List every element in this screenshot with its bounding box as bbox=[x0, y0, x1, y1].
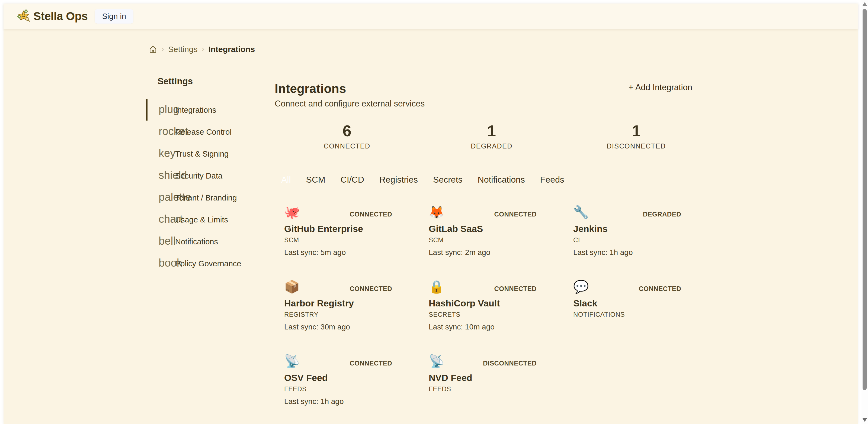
integration-card-hashicorp-vault[interactable]: 🔒 CONNECTED HashiCorp Vault SECRETS Last… bbox=[419, 279, 564, 354]
status-badge: CONNECTED bbox=[349, 360, 392, 367]
brand: Stella Ops bbox=[17, 9, 88, 23]
integration-card-github-enterprise[interactable]: 🐙 CONNECTED GitHub Enterprise SCM Last s… bbox=[275, 204, 419, 279]
last-sync-text: Last sync: 5m ago bbox=[284, 248, 419, 257]
integration-name: OSV Feed bbox=[284, 372, 419, 383]
sidebar-heading: Settings bbox=[158, 76, 193, 87]
sidebar-item-notifications[interactable]: bell Notifications bbox=[146, 231, 273, 253]
integration-card-gitlab-saas[interactable]: 🦊 CONNECTED GitLab SaaS SCM Last sync: 2… bbox=[419, 204, 564, 279]
last-sync-text: Last sync: 1h ago bbox=[573, 248, 708, 257]
integration-card-nvd-feed[interactable]: 📡 DISCONNECTED NVD Feed FEEDS bbox=[419, 354, 564, 424]
integration-name: GitLab SaaS bbox=[429, 224, 564, 234]
tab-registries[interactable]: Registries bbox=[379, 175, 418, 185]
integration-card-jenkins[interactable]: 🔧 DEGRADED Jenkins CI Last sync: 1h ago bbox=[564, 204, 708, 279]
stat-disconnected-label: DISCONNECTED bbox=[564, 142, 709, 150]
sidebar-item-release-control[interactable]: rocket Release Control bbox=[146, 121, 273, 143]
stat-connected-value: 6 bbox=[275, 122, 419, 139]
status-badge: CONNECTED bbox=[494, 285, 537, 293]
breadcrumb-separator: › bbox=[202, 45, 204, 54]
last-sync-text: Last sync: 30m ago bbox=[284, 323, 419, 331]
stat-degraded-label: DEGRADED bbox=[419, 142, 564, 150]
integration-cards-grid: 🐙 CONNECTED GitHub Enterprise SCM Last s… bbox=[275, 204, 709, 424]
integration-type: REGISTRY bbox=[284, 311, 419, 318]
sidebar-item-policy-governance[interactable]: book Policy Governance bbox=[146, 253, 273, 274]
status-badge: DISCONNECTED bbox=[483, 360, 537, 367]
scrollbar-thumb[interactable] bbox=[863, 9, 867, 390]
vertical-scrollbar[interactable] bbox=[862, 0, 868, 424]
home-icon[interactable] bbox=[149, 45, 157, 54]
integration-type: FEEDS bbox=[429, 385, 564, 393]
status-badge: CONNECTED bbox=[349, 210, 392, 218]
sidebar-item-tenant-branding[interactable]: palette Tenant / Branding bbox=[146, 187, 273, 208]
last-sync-text: Last sync: 2m ago bbox=[429, 248, 564, 257]
bell-icon: bell bbox=[159, 235, 176, 247]
integration-name: HashiCorp Vault bbox=[429, 298, 564, 308]
integration-type: SCM bbox=[429, 236, 564, 244]
app-window: Stella Ops Sign in › Settings › Integrat… bbox=[3, 3, 858, 424]
status-badge: DEGRADED bbox=[643, 210, 681, 218]
settings-sidebar: plug Integrations rocket Release Control… bbox=[146, 99, 273, 274]
sidebar-item-usage-limits[interactable]: chart Usage & Limits bbox=[146, 208, 273, 231]
integration-type: SCM bbox=[284, 236, 419, 244]
tab-secrets[interactable]: Secrets bbox=[433, 175, 462, 185]
last-sync-text: Last sync: 1h ago bbox=[284, 397, 419, 406]
scrollbar-down-arrow-icon[interactable] bbox=[863, 418, 867, 422]
page-subtitle: Connect and configure external services bbox=[275, 99, 425, 109]
key-icon: key bbox=[159, 147, 176, 159]
integration-type: SECRETS bbox=[429, 311, 564, 318]
integration-name: NVD Feed bbox=[429, 372, 564, 383]
tab-scm[interactable]: SCM bbox=[306, 175, 326, 185]
category-tabs: All SCM CI/CD Registries Secrets Notific… bbox=[281, 175, 564, 185]
integration-name: Slack bbox=[573, 298, 708, 308]
sign-in-button[interactable]: Sign in bbox=[95, 9, 133, 24]
sidebar-item-integrations[interactable]: plug Integrations bbox=[146, 99, 273, 121]
status-badge: CONNECTED bbox=[349, 285, 392, 293]
wrench-icon: 🔧 bbox=[573, 205, 708, 219]
stat-degraded-value: 1 bbox=[419, 122, 564, 139]
tab-notifications[interactable]: Notifications bbox=[478, 175, 525, 185]
tab-feeds[interactable]: Feeds bbox=[540, 175, 564, 185]
page-title: Integrations bbox=[275, 81, 346, 96]
sidebar-item-security-data[interactable]: shield Security Data bbox=[146, 165, 273, 187]
breadcrumb: › Settings › Integrations bbox=[149, 45, 255, 54]
integration-name: Harbor Registry bbox=[284, 298, 419, 308]
breadcrumb-settings-link[interactable]: Settings bbox=[168, 45, 197, 54]
integration-card-slack[interactable]: 💬 CONNECTED Slack NOTIFICATIONS bbox=[564, 279, 708, 354]
integration-name: Jenkins bbox=[573, 224, 708, 234]
stat-degraded: 1 DEGRADED bbox=[419, 122, 564, 150]
integration-name: GitHub Enterprise bbox=[284, 224, 419, 234]
scrollbar-up-arrow-icon[interactable] bbox=[863, 2, 867, 6]
add-integration-button[interactable]: + Add Integration bbox=[628, 83, 692, 92]
status-badge: CONNECTED bbox=[639, 285, 681, 293]
app-title: Stella Ops bbox=[33, 10, 88, 23]
stat-connected-label: CONNECTED bbox=[275, 142, 419, 150]
stat-connected: 6 CONNECTED bbox=[275, 122, 419, 150]
integration-type: NOTIFICATIONS bbox=[573, 311, 708, 318]
tab-cicd[interactable]: CI/CD bbox=[341, 175, 364, 185]
status-badge: CONNECTED bbox=[494, 210, 537, 218]
integration-card-harbor-registry[interactable]: 📦 CONNECTED Harbor Registry REGISTRY Las… bbox=[275, 279, 419, 354]
breadcrumb-current-page: Integrations bbox=[208, 45, 255, 54]
last-sync-text: Last sync: 10m ago bbox=[429, 323, 564, 331]
sidebar-item-trust-signing[interactable]: key Trust & Signing bbox=[146, 143, 273, 165]
status-summary: 6 CONNECTED 1 DEGRADED 1 DISCONNECTED bbox=[275, 122, 709, 150]
stella-ops-logo-icon bbox=[17, 9, 30, 23]
integration-type: FEEDS bbox=[284, 385, 419, 393]
integration-type: CI bbox=[573, 236, 708, 244]
stat-disconnected-value: 1 bbox=[564, 122, 709, 139]
breadcrumb-separator: › bbox=[161, 45, 164, 54]
stat-disconnected: 1 DISCONNECTED bbox=[564, 122, 709, 150]
tab-all[interactable]: All bbox=[281, 175, 291, 185]
top-header-bar: Stella Ops Sign in bbox=[3, 3, 858, 29]
integration-card-osv-feed[interactable]: 📡 CONNECTED OSV Feed FEEDS Last sync: 1h… bbox=[275, 354, 419, 424]
